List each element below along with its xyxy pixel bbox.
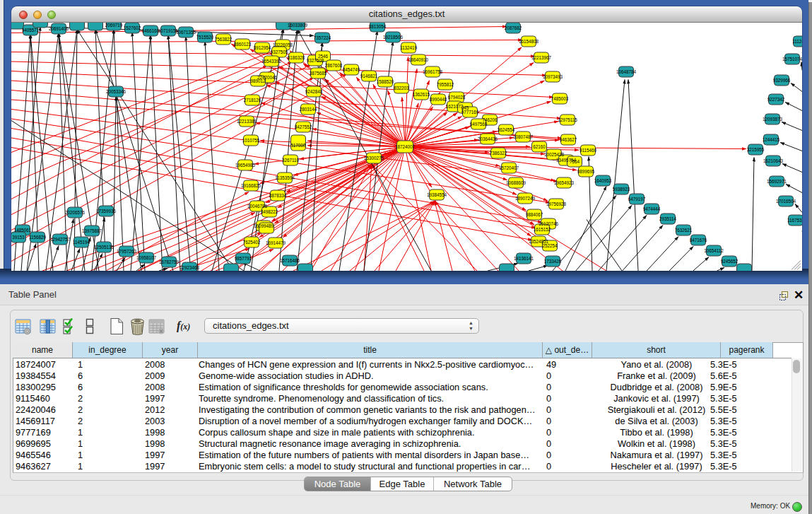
svg-text:16154808: 16154808 xyxy=(519,39,539,44)
svg-text:1167533: 1167533 xyxy=(787,218,802,223)
svg-text:15720407: 15720407 xyxy=(499,165,519,170)
svg-text:1640953: 1640953 xyxy=(594,178,612,183)
svg-text:19384554: 19384554 xyxy=(427,192,447,197)
svg-text:10973493: 10973493 xyxy=(543,74,563,79)
svg-text:17957263: 17957263 xyxy=(117,249,137,254)
svg-text:10688609: 10688609 xyxy=(506,180,526,185)
svg-text:20206576: 20206576 xyxy=(65,210,86,215)
svg-text:16099489: 16099489 xyxy=(254,223,274,228)
svg-text:1615152: 1615152 xyxy=(534,227,551,232)
svg-text:7955812: 7955812 xyxy=(437,82,454,87)
svg-text:16033809: 16033809 xyxy=(288,23,308,28)
svg-text:9884067: 9884067 xyxy=(526,212,543,217)
svg-text:1132419: 1132419 xyxy=(400,45,418,50)
svg-text:20364436: 20364436 xyxy=(478,136,498,141)
svg-text:832203: 832203 xyxy=(394,86,409,90)
svg-text:10654112: 10654112 xyxy=(704,248,724,253)
svg-text:6497568: 6497568 xyxy=(470,122,488,127)
svg-text:2546: 2546 xyxy=(318,54,329,59)
svg-text:1588520: 1588520 xyxy=(377,79,394,84)
svg-text:10025438: 10025438 xyxy=(544,152,565,157)
svg-text:10807487: 10807487 xyxy=(513,134,534,139)
svg-text:6794028: 6794028 xyxy=(448,95,466,100)
svg-text:18907249: 18907249 xyxy=(515,196,536,201)
svg-text:20053346: 20053346 xyxy=(106,89,126,94)
svg-text:9405571: 9405571 xyxy=(22,28,40,33)
svg-text:6466160: 6466160 xyxy=(142,28,160,33)
svg-text:9329966: 9329966 xyxy=(773,78,791,83)
svg-text:3267110: 3267110 xyxy=(282,158,300,163)
svg-text:1485061: 1485061 xyxy=(14,228,32,233)
svg-text:9327508: 9327508 xyxy=(307,58,324,63)
svg-text:1733426: 1733426 xyxy=(544,259,562,264)
svg-text:12093873: 12093873 xyxy=(763,117,783,122)
svg-text:3875685: 3875685 xyxy=(310,71,327,76)
svg-text:8813054: 8813054 xyxy=(369,24,387,29)
svg-text:3215955: 3215955 xyxy=(747,147,765,152)
svg-text:1244415: 1244415 xyxy=(763,137,780,142)
svg-text:16782759: 16782759 xyxy=(159,259,180,264)
svg-text:9115460: 9115460 xyxy=(579,148,597,153)
svg-text:7563822: 7563822 xyxy=(215,37,233,42)
svg-text:1527602: 1527602 xyxy=(124,25,141,30)
svg-text:2935114: 2935114 xyxy=(659,216,677,221)
svg-text:8186328: 8186328 xyxy=(288,55,305,60)
svg-text:12505135: 12505135 xyxy=(94,245,114,250)
svg-text:16120746: 16120746 xyxy=(539,221,559,226)
svg-text:15751074: 15751074 xyxy=(782,57,802,62)
svg-text:11353594: 11353594 xyxy=(275,175,295,180)
svg-text:14136141: 14136141 xyxy=(514,256,534,261)
svg-text:10958107: 10958107 xyxy=(136,255,157,260)
svg-text:15716485: 15716485 xyxy=(280,258,300,263)
svg-text:12975115: 12975115 xyxy=(558,117,577,122)
svg-text:2718126: 2718126 xyxy=(244,98,261,103)
svg-text:20691406: 20691406 xyxy=(49,26,69,31)
svg-text:2867608: 2867608 xyxy=(325,63,343,68)
svg-text:10046786: 10046786 xyxy=(247,204,268,209)
svg-text:2069719: 2069719 xyxy=(105,23,123,28)
svg-text:7386322: 7386322 xyxy=(490,151,507,156)
svg-text:1362615: 1362615 xyxy=(413,92,430,97)
svg-text:252254: 252254 xyxy=(542,243,558,248)
svg-text:5938923: 5938923 xyxy=(613,187,630,192)
svg-text:3624554: 3624554 xyxy=(498,127,515,132)
svg-text:7357224: 7357224 xyxy=(314,35,331,40)
svg-text:16961758: 16961758 xyxy=(423,69,443,74)
svg-text:16210643: 16210643 xyxy=(763,158,784,163)
svg-text:13975887: 13975887 xyxy=(82,228,102,233)
svg-text:12942757: 12942757 xyxy=(50,237,71,242)
svg-text:19756928: 19756928 xyxy=(546,201,567,206)
svg-text:7485003: 7485003 xyxy=(551,96,569,101)
svg-text:8878334: 8878334 xyxy=(269,193,287,198)
svg-text:19654985: 19654985 xyxy=(235,163,256,168)
svg-text:7632621: 7632621 xyxy=(675,228,693,233)
svg-text:9777169: 9777169 xyxy=(461,110,479,115)
svg-text:8912954: 8912954 xyxy=(254,45,271,50)
svg-text:62160: 62160 xyxy=(533,144,546,149)
svg-text:15300275: 15300275 xyxy=(364,156,384,160)
svg-text:9463627: 9463627 xyxy=(560,137,577,142)
svg-text:19654923: 19654923 xyxy=(554,180,575,185)
svg-text:10671355: 10671355 xyxy=(176,30,196,35)
svg-text:9474444: 9474444 xyxy=(643,206,661,211)
svg-text:19166825: 19166825 xyxy=(241,183,261,188)
svg-text:16543392: 16543392 xyxy=(261,59,282,64)
svg-text:17359936: 17359936 xyxy=(96,209,117,214)
svg-text:9242848: 9242848 xyxy=(305,89,323,94)
svg-text:8860123: 8860123 xyxy=(234,42,252,47)
svg-text:1112485: 1112485 xyxy=(792,39,802,44)
svg-text:9899695: 9899695 xyxy=(577,169,595,174)
svg-text:9857791: 9857791 xyxy=(235,256,252,261)
svg-text:8454749: 8454749 xyxy=(343,67,360,72)
svg-text:15692971: 15692971 xyxy=(767,179,787,184)
svg-text:39153: 39153 xyxy=(12,235,25,240)
svg-text:17016504: 17016504 xyxy=(776,199,796,204)
svg-text:8990448: 8990448 xyxy=(430,97,447,102)
svg-text:9245652: 9245652 xyxy=(721,259,739,264)
svg-text:989012: 989012 xyxy=(250,78,266,83)
svg-text:7515520: 7515520 xyxy=(196,35,214,40)
svg-text:7564: 7564 xyxy=(570,159,580,164)
svg-text:117000: 117000 xyxy=(291,143,306,148)
svg-text:9327505: 9327505 xyxy=(271,49,288,54)
svg-text:1145194: 1145194 xyxy=(73,240,90,245)
